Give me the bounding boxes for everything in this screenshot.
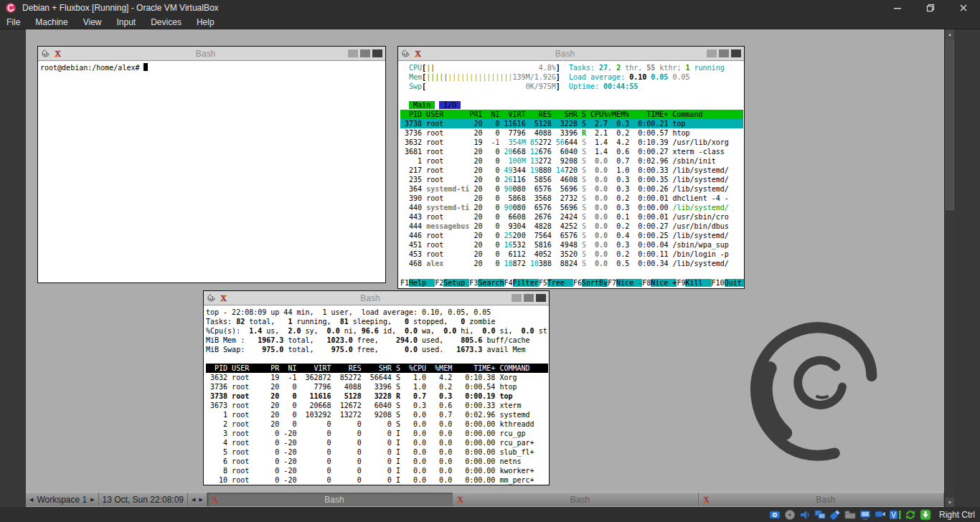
process-row[interactable]: 3738 root 20 0 11616 5128 3228 S 2.7 0.3… — [400, 119, 743, 128]
optical-drives-icon[interactable] — [784, 509, 796, 521]
process-row[interactable]: 468 alex 20 0 18872 10388 8824 S 0.0 0.5… — [400, 259, 743, 268]
svg-text:X: X — [703, 495, 710, 504]
hard-disks-icon[interactable] — [769, 509, 781, 521]
menu-machine[interactable]: Machine — [35, 17, 67, 27]
taskbar-window-button[interactable]: XBash — [207, 493, 453, 506]
mouse-integration-icon[interactable] — [905, 509, 916, 521]
menu-input[interactable]: Input — [117, 17, 136, 27]
process-row[interactable]: 3736 root 20 0 7796 4088 3396 R 2.1 0.2 … — [400, 128, 743, 138]
fkey-f3-label[interactable]: Search — [478, 279, 504, 287]
top-content[interactable]: top - 22:08:09 up 44 min, 1 user, load a… — [204, 305, 549, 485]
usb-icon[interactable] — [829, 509, 841, 521]
htop-table-header[interactable]: PID USER PRI NI VIRT RES SHR S CPU%▽MEM%… — [400, 110, 743, 119]
workspace-label: Workspace 1 — [37, 495, 87, 505]
iconify-button[interactable] — [719, 49, 729, 57]
process-row[interactable]: 235 root 20 0 26116 5856 4608 S 0.0 0.3 … — [400, 175, 743, 184]
workspace-next-icon[interactable]: ▶ — [90, 497, 94, 503]
fkey-f4-label[interactable]: Filter — [513, 279, 539, 287]
scroll-up-icon[interactable]: ▲ — [946, 29, 954, 39]
vm-desktop[interactable]: X Bash root@debian:/home/alex# X Bash — [26, 29, 944, 507]
recording-icon[interactable] — [875, 509, 886, 521]
fkey-f5-label[interactable]: Tree — [547, 279, 573, 287]
window-titlebar[interactable]: X Bash — [204, 291, 549, 305]
fkey-f8-label[interactable]: Nice + — [651, 279, 677, 287]
fkey-f9[interactable]: F9 — [677, 279, 685, 287]
scrollbar-thumb[interactable] — [946, 39, 954, 210]
terminal-content[interactable]: root@debian:/home/alex# — [38, 61, 385, 283]
taskbar-window-label: Bash — [465, 495, 694, 505]
taskbar-window-button[interactable]: XBash — [453, 493, 698, 506]
vbox-statusbar: VRight Ctrl — [0, 507, 980, 522]
close-button[interactable] — [372, 49, 382, 57]
htop-function-keys: F1Help F2Setup F3SearchF4FilterF5Tree F6… — [400, 278, 743, 288]
window-titlebar[interactable]: X Bash — [398, 47, 744, 61]
htop-tab-main[interactable]: Main — [409, 101, 435, 109]
fkey-f5[interactable]: F5 — [539, 279, 547, 287]
htop-tab-io[interactable]: I/O — [439, 101, 461, 109]
htop-content[interactable]: CPU[|| 4.8%] Tasks: 27, 2 thr, 55 kthr; … — [398, 61, 744, 288]
host-titlebar[interactable]: Debian + Fluxbox [Running] - Oracle VM V… — [0, 0, 980, 16]
close-button[interactable] — [731, 49, 741, 57]
process-row[interactable]: 3681 root 20 0 20668 12676 6040 S 1.4 0.… — [400, 147, 743, 156]
process-row: 3738 root 20 0 11616 5128 3228 R 0.7 0.3… — [206, 392, 548, 401]
process-row[interactable]: 440 systemd-ti 20 0 90080 6576 5696 S 0.… — [400, 203, 743, 212]
audio-icon[interactable] — [799, 509, 811, 521]
menu-devices[interactable]: Devices — [151, 17, 182, 27]
iconify-button[interactable] — [360, 49, 370, 57]
fkey-f3[interactable]: F3 — [469, 279, 478, 287]
window-prev-icon[interactable]: ◀ — [192, 497, 195, 503]
shade-button[interactable] — [707, 49, 717, 57]
process-row[interactable]: 453 root 20 0 6112 4052 3520 S 0.0 0.2 0… — [400, 250, 743, 259]
fkey-f7[interactable]: F7 — [608, 279, 616, 287]
shade-button[interactable] — [348, 49, 358, 57]
process-row[interactable]: 443 root 20 0 6608 2676 2424 S 0.0 0.1 0… — [400, 212, 743, 222]
window-titlebar[interactable]: X Bash — [38, 47, 385, 61]
scroll-down-icon[interactable]: ▼ — [946, 498, 954, 507]
menu-help[interactable]: Help — [197, 17, 215, 27]
window-next-icon[interactable]: ▶ — [199, 497, 202, 503]
svg-text:X: X — [55, 49, 61, 58]
fkey-f6-label[interactable]: SortBy — [582, 279, 608, 287]
host-window-title: Debian + Fluxbox [Running] - Oracle VM V… — [22, 3, 219, 13]
fkey-f10-label[interactable]: Quit — [725, 279, 744, 287]
fkey-f2-label[interactable]: Setup — [443, 279, 469, 287]
taskbar-window-list: XBashXBashXBash — [207, 493, 944, 506]
htop-tabs: Main I/O — [400, 100, 743, 110]
shade-button[interactable] — [512, 294, 522, 302]
network-icon[interactable] — [814, 509, 826, 521]
process-row[interactable]: 3632 root 19 -1 354M 85272 56644 S 1.4 4… — [400, 138, 743, 147]
restore-icon[interactable] — [914, 0, 947, 16]
fkey-f1-label[interactable]: Help — [409, 279, 435, 287]
iconify-button[interactable] — [524, 294, 534, 302]
fkey-f8[interactable]: F8 — [642, 279, 651, 287]
fkey-f2[interactable]: F2 — [435, 279, 443, 287]
vm-scrollbar[interactable]: ▲ ▼ — [944, 29, 954, 507]
process-row[interactable]: 390 root 20 0 5868 3568 2732 S 0.0 0.2 0… — [400, 194, 743, 203]
fkey-f6[interactable]: F6 — [573, 279, 582, 287]
fkey-f9-label[interactable]: Kill — [685, 279, 711, 287]
menu-view[interactable]: View — [83, 17, 102, 27]
fkey-f1[interactable]: F1 — [400, 279, 409, 287]
fkey-f10[interactable]: F10 — [712, 279, 725, 287]
fkey-f7-label[interactable]: Nice - — [616, 279, 642, 287]
process-row[interactable]: 217 root 20 0 49344 19880 14720 S 0.0 1.… — [400, 166, 743, 175]
workspace-prev-icon[interactable]: ◀ — [29, 497, 33, 503]
keyboard-capture-icon[interactable] — [920, 509, 931, 521]
menu-file[interactable]: File — [6, 17, 20, 27]
taskbar-window-button[interactable]: XBash — [699, 493, 944, 506]
features-icon[interactable]: V — [890, 509, 901, 521]
process-row[interactable]: 451 root 20 0 16532 5816 4948 S 0.0 0.3 … — [400, 240, 743, 250]
process-row[interactable]: 446 root 20 0 25200 7564 6576 S 0.0 0.4 … — [400, 231, 743, 240]
minimize-icon[interactable] — [881, 0, 914, 16]
process-row[interactable]: 364 systemd-ti 20 0 90080 6576 5696 S 0.… — [400, 184, 743, 194]
process-row[interactable]: 1 root 20 0 100M 13272 9208 S 0.0 0.7 0:… — [400, 156, 743, 166]
fkey-f4[interactable]: F4 — [504, 279, 513, 287]
htop-window: X Bash CPU[|| 4.8%] Tasks: 27, 2 thr, 55… — [397, 46, 745, 289]
process-row[interactable]: 444 messagebus 20 0 9304 4828 4252 S 0.0… — [400, 222, 743, 231]
process-row: 3 root 0 -20 0 0 0 I 0.0 0.0 0:00.00 rcu… — [206, 429, 548, 438]
close-button[interactable] — [536, 294, 546, 302]
close-icon[interactable] — [947, 0, 980, 16]
shared-folders-icon[interactable] — [844, 509, 856, 521]
workspace-switcher: ◀ Workspace 1 ▶ — [26, 493, 99, 506]
display-icon[interactable] — [859, 509, 871, 521]
